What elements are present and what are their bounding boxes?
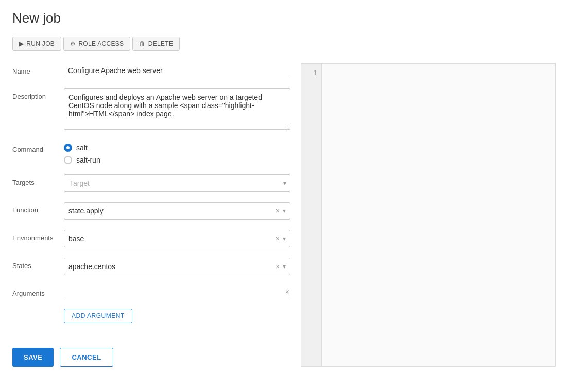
page-title: New job [12,10,556,26]
command-radio-group: salt salt-run [64,141,290,164]
command-salt-run-option[interactable]: salt-run [64,156,290,164]
function-row: Function state.apply × ▾ [12,202,301,220]
function-select-wrap: state.apply × ▾ [64,202,290,220]
command-salt-option[interactable]: salt [64,144,290,152]
targets-row: Targets Target ▾ [12,174,301,192]
environments-dropdown-arrow[interactable]: ▾ [283,235,286,242]
states-label: States [12,258,64,270]
targets-select-wrap: Target ▾ [64,174,290,192]
trash-icon: 🗑 [139,40,145,47]
gear-icon: ⚙ [70,40,76,47]
states-clear-button[interactable]: × [274,261,281,272]
salt-label: salt [76,144,88,152]
cancel-button[interactable]: CANCEL [60,348,113,367]
targets-label: Targets [12,174,64,186]
name-label: Name [12,63,64,75]
states-value: apache.centos [68,258,274,275]
save-button[interactable]: SAVE [12,348,54,367]
environments-clear-button[interactable]: × [274,234,281,244]
delete-button[interactable]: 🗑 DELETE [132,37,180,51]
salt-run-radio[interactable] [64,156,72,164]
footer-actions: SAVE CANCEL [12,340,301,367]
name-input[interactable] [64,63,290,78]
role-access-label: ROLE ACCESS [78,40,124,47]
salt-run-label: salt-run [76,156,100,164]
states-select-wrap: apache.centos × ▾ [64,258,290,275]
function-label: Function [12,202,64,214]
argument-clear-button[interactable]: × [284,287,290,297]
run-job-label: RUN JOB [26,40,55,47]
argument-input-wrap: × [64,286,290,300]
role-access-button[interactable]: ⚙ ROLE ACCESS [63,37,130,51]
run-job-button[interactable]: ▶ RUN JOB [12,37,61,51]
description-textarea[interactable]: Configures and deploys an Apache web ser… [64,88,290,130]
line-number-1: 1 [301,68,321,78]
add-argument-button[interactable]: ADD ARGUMENT [64,309,132,323]
environments-select-wrap: base × ▾ [64,230,290,247]
name-row: Name [12,63,301,78]
arguments-row: Arguments × ADD ARGUMENT [12,286,301,323]
environments-row: Environments base × ▾ [12,230,301,247]
editor-content[interactable] [322,64,555,366]
description-label: Description [12,88,64,100]
toolbar: ▶ RUN JOB ⚙ ROLE ACCESS 🗑 DELETE [12,37,556,51]
editor-section: 1 [301,63,556,367]
function-clear-button[interactable]: × [274,206,281,216]
function-actions: × ▾ [274,206,286,216]
arguments-label: Arguments [12,286,64,297]
function-dropdown-arrow[interactable]: ▾ [283,207,286,215]
command-row: Command salt salt-run [12,141,301,164]
delete-label: DELETE [148,40,173,47]
command-label: Command [12,141,64,153]
argument-input[interactable] [64,286,284,298]
environments-actions: × ▾ [274,234,286,244]
states-actions: × ▾ [274,261,286,272]
states-dropdown-arrow[interactable]: ▾ [283,263,286,270]
description-row: Description Configures and deploys an Ap… [12,88,301,131]
run-icon: ▶ [19,40,24,47]
function-value: state.apply [68,203,274,219]
editor-line-numbers: 1 [301,64,322,366]
targets-select[interactable]: Target [64,174,290,192]
environments-value: base [68,230,274,247]
states-row: States apache.centos × ▾ [12,258,301,275]
environments-label: Environments [12,230,64,242]
salt-radio[interactable] [64,144,72,152]
form-section: Name Description Configures and deploys … [12,63,301,367]
